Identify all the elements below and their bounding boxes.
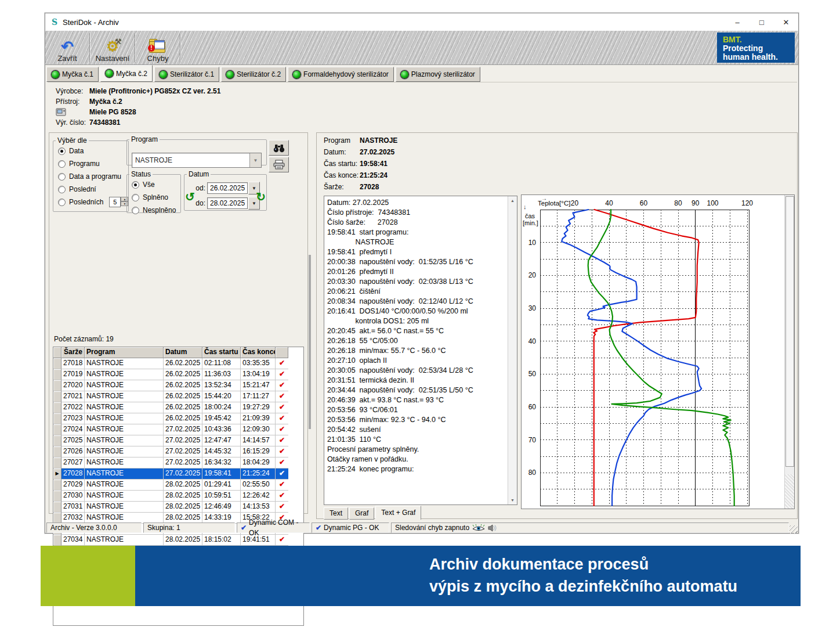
table-row[interactable]: 27020NASTROJE26.02.202513:52:3415:21:47✔	[53, 380, 303, 391]
status-error-watch: Sledování chyb zapnuto	[391, 522, 789, 533]
bmt-logo-line3: human health.	[723, 53, 795, 62]
close-button[interactable]: ✕	[774, 13, 798, 31]
table-cell: NASTROJE	[85, 469, 164, 480]
log-scrollbar[interactable]: ▲ ▼	[508, 196, 517, 505]
svg-text:10: 10	[528, 239, 537, 247]
tab-graf[interactable]: Graf	[349, 507, 374, 520]
table-cell: ✔	[276, 369, 288, 380]
svg-text:60: 60	[640, 199, 648, 207]
table-row[interactable]: 27029NASTROJE28.02.202501:29:4102:55:50✔	[53, 480, 303, 491]
table-row[interactable]: 27024NASTROJE27.02.202510:43:3612:09:30✔	[53, 424, 303, 435]
maximize-button[interactable]: □	[750, 13, 774, 31]
minimize-button[interactable]: –	[725, 13, 750, 31]
table-row[interactable]: 27027NASTROJE27.02.202516:34:3218:04:29✔	[53, 457, 303, 469]
table-cell: 19:45:42	[202, 413, 241, 424]
table-cell: NASTROJE	[85, 369, 164, 380]
device-tab-6[interactable]: Plazmový sterilizátor	[396, 67, 480, 82]
date-from-input[interactable]: 26.02.2025	[207, 182, 248, 194]
toolbar-separator	[180, 33, 181, 62]
device-tab-1[interactable]: Myčka č.1	[46, 67, 99, 82]
table-row[interactable]: ▶27028NASTROJE27.02.202519:58:4121:25:24…	[53, 469, 303, 480]
device-info-row: Přístroj: Myčka č.2	[56, 98, 122, 107]
svg-text:40: 40	[605, 199, 613, 207]
select-by-radio-1[interactable]: Data	[53, 145, 128, 157]
table-row[interactable]: 27025NASTROJE27.02.202512:47:4714:14:57✔	[53, 435, 303, 446]
svg-text:20: 20	[528, 271, 537, 279]
device-tab-4[interactable]: Sterilizátor č.2	[221, 67, 286, 82]
device-tab-5[interactable]: Formaldehydový sterilizátor	[288, 67, 394, 82]
table-cell: 21:25:24	[241, 469, 276, 480]
table-cell: 27.02.2025	[164, 435, 202, 446]
row-gutter	[53, 446, 61, 457]
printer-icon	[273, 160, 285, 170]
scroll-up-icon[interactable]: ▲	[508, 196, 517, 205]
program-combo[interactable]: NASTROJE ▼	[132, 153, 262, 168]
table-row[interactable]: 27023NASTROJE26.02.202519:45:4221:09:39✔	[53, 413, 303, 424]
rotate-right-icon[interactable]: ↻	[256, 191, 266, 203]
table-row[interactable]: 27026NASTROJE27.02.202514:45:3216:15:29✔	[53, 446, 303, 457]
chevron-down-icon[interactable]: ▼	[249, 153, 261, 167]
table-cell: ✔	[276, 380, 288, 391]
select-by-radio-3[interactable]: Data a programu	[53, 170, 128, 183]
svg-text:90: 90	[691, 199, 700, 207]
chart-scrollbar[interactable]	[784, 195, 794, 509]
detail-label: Program	[324, 136, 360, 147]
chart-scroll-thumb[interactable]	[785, 196, 794, 467]
search-button[interactable]	[269, 140, 289, 156]
svg-text:30: 30	[528, 304, 537, 312]
last-n-spinner[interactable]: 5▲▼	[109, 197, 128, 207]
table-cell: NASTROJE	[85, 535, 164, 546]
radio-icon	[132, 194, 139, 201]
row-gutter	[53, 380, 61, 391]
tab-text[interactable]: Text	[324, 507, 348, 520]
sound-icon	[488, 524, 497, 532]
tab-text-graf[interactable]: Text + Graf	[375, 506, 421, 520]
bmt-logo: BMT. Protecting human health.	[717, 33, 795, 63]
status-radio-label: Vše	[143, 181, 155, 189]
table-cell: ✔	[276, 457, 288, 469]
table-row[interactable]: 27031NASTROJE28.02.202512:46:4914:13:53✔	[53, 502, 303, 513]
splitter-handle[interactable]	[309, 255, 311, 429]
table-cell: 18:00:24	[202, 402, 241, 413]
table-row[interactable]: 27019NASTROJE26.02.202511:36:0313:04:19✔	[53, 369, 303, 380]
select-by-radio-4[interactable]: Poslední	[53, 183, 128, 196]
table-row[interactable]: 27030NASTROJE28.02.202510:59:5112:26:42✔	[53, 491, 303, 502]
table-cell: Program	[85, 347, 164, 358]
detail-panel: ProgramNASTROJE Datum:27.02.2025 Čas sta…	[316, 132, 798, 519]
print-button[interactable]	[269, 157, 289, 172]
table-cell: 27023	[61, 413, 85, 424]
select-by-radio-2[interactable]: Programu	[53, 157, 128, 170]
table-cell: NASTROJE	[85, 480, 164, 491]
process-log-panel: Datum: 27.02.2025 Číslo přístroje: 74348…	[324, 196, 517, 505]
table-cell: 26.02.2025	[164, 358, 202, 369]
status-radio-3[interactable]: Nesplněno	[127, 204, 180, 217]
banner-green-block	[41, 546, 135, 606]
date-to-input[interactable]: 28.02.2025	[207, 197, 248, 209]
status-bar: Archiv - Verze 3.0.0.0 Skupina: 1 ✔ Dyna…	[45, 521, 798, 534]
settings-button[interactable]: ⚙⚒ Nastavení	[90, 31, 135, 64]
status-radio-1[interactable]: Vše	[127, 178, 180, 191]
app-icon: S	[50, 17, 59, 27]
status-radio-2[interactable]: Splněno	[127, 191, 180, 204]
resize-grip[interactable]	[790, 525, 798, 534]
last-n-value[interactable]: 5	[109, 197, 121, 207]
table-header-row: ŠaržeProgramDatumČas startuČas konce	[53, 347, 303, 358]
device-tab-3[interactable]: Sterilizátor č.1	[154, 67, 219, 82]
program-combo-value: NASTROJE	[132, 156, 249, 164]
row-gutter	[53, 391, 61, 402]
table-cell: Čas startu	[202, 347, 241, 358]
select-by-radio-5[interactable]: Posledních5▲▼	[53, 196, 128, 208]
device-tab-2[interactable]: Myčka č.2	[100, 65, 153, 82]
table-cell: ✔	[276, 502, 288, 513]
errors-button[interactable]: ! Chyby	[136, 31, 180, 64]
svg-text:80: 80	[674, 199, 682, 207]
table-cell: 28.02.2025	[164, 535, 202, 546]
table-cell: NASTROJE	[85, 358, 164, 369]
table-row[interactable]: 27021NASTROJE26.02.202515:44:2017:11:27✔	[53, 391, 303, 402]
close-archive-button[interactable]: ↶ Zavřít	[45, 31, 89, 64]
table-row[interactable]: 27018NASTROJE26.02.202502:11:0803:35:35✔	[53, 358, 303, 369]
table-row[interactable]: 27022NASTROJE26.02.202518:00:2419:27:29✔	[53, 402, 303, 413]
table-cell: 02:55:50	[241, 480, 276, 491]
scroll-down-icon[interactable]: ▼	[508, 496, 517, 505]
table-cell: 12:26:42	[241, 491, 276, 502]
